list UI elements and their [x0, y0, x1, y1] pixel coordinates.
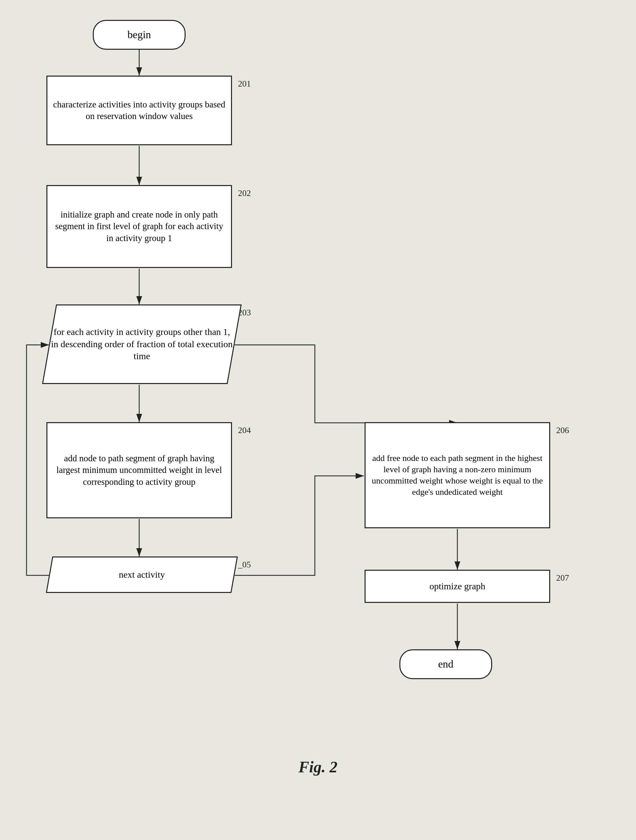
figure-caption: Fig. 2 — [299, 758, 337, 776]
ref-204: 204 — [238, 425, 251, 436]
end-shape: end — [399, 649, 492, 679]
box-202: initialize graph and create node in only… — [46, 185, 232, 268]
box-207: optimize graph — [365, 570, 550, 603]
ref-202: 202 — [238, 188, 251, 198]
begin-shape: begin — [93, 20, 186, 50]
ref-206: 206 — [556, 425, 569, 436]
box-206: add free node to each path segment in th… — [365, 422, 550, 528]
box-204: add node to path segment of graph having… — [46, 422, 232, 518]
ref-205: _05 — [238, 560, 251, 570]
box-205: next activity — [46, 556, 238, 593]
box-203: for each activity in activity groups oth… — [42, 305, 242, 384]
ref-207: 207 — [556, 573, 569, 583]
box-201: characterize activities into activity gr… — [46, 76, 232, 145]
diagram-container: begin 201 characterize activities into a… — [0, 0, 636, 796]
ref-201: 201 — [238, 79, 251, 89]
